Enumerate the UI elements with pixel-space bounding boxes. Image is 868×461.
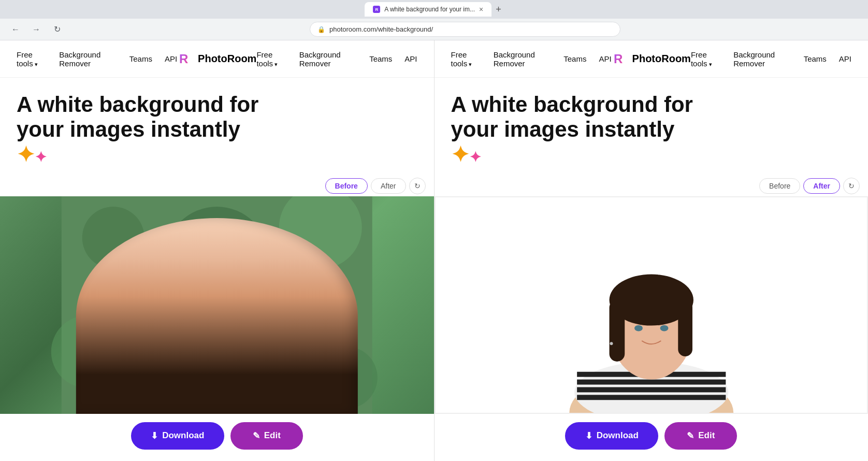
svg-rect-9 xyxy=(142,372,292,378)
download-label-right: Download xyxy=(597,430,639,441)
svg-rect-11 xyxy=(142,388,292,393)
hero-title-right: A white background foryour images instan… xyxy=(451,92,700,167)
tab-favicon: R xyxy=(373,6,380,13)
reload-button[interactable]: ↻ xyxy=(50,22,64,37)
photo-white-bg-right xyxy=(435,197,868,413)
svg-rect-27 xyxy=(577,395,726,400)
download-icon-right: ⬇ xyxy=(585,430,592,441)
svg-rect-31 xyxy=(609,300,625,362)
action-buttons-left: ⬇ Download ✎ Edit xyxy=(0,414,434,450)
free-tools-left[interactable]: Free tools xyxy=(17,50,47,68)
logo-text-right: PhotoRoom xyxy=(632,53,691,65)
teams-left-r[interactable]: Teams xyxy=(369,54,392,63)
svg-point-35 xyxy=(610,342,613,345)
left-page: Free tools Background Remover Teams API … xyxy=(0,40,434,461)
logo-icon-left: R xyxy=(177,51,194,67)
nav-left-right: Free tools Background Remover Teams API xyxy=(451,50,612,68)
pages-container: Free tools Background Remover Teams API … xyxy=(0,40,868,461)
hero-title-left: A white background foryour images instan… xyxy=(17,92,265,167)
svg-point-5 xyxy=(51,315,124,388)
download-button-right[interactable]: ⬇ Download xyxy=(565,422,658,450)
svg-point-7 xyxy=(134,372,300,414)
logo-right: R PhotoRoom xyxy=(612,51,691,67)
hero-left: A white background foryour images instan… xyxy=(0,78,434,178)
active-tab[interactable]: R A white background for your im... × xyxy=(365,2,491,17)
url-text: photoroom.com/white-background/ xyxy=(329,25,433,33)
edit-label-right: Edit xyxy=(698,430,715,441)
before-photo-svg-left xyxy=(0,196,434,414)
svg-point-34 xyxy=(660,325,668,332)
new-tab-button[interactable]: + xyxy=(494,4,503,15)
download-label-left: Download xyxy=(162,430,204,441)
api-right[interactable]: API xyxy=(599,54,611,63)
free-tools-left-r[interactable]: Free tools xyxy=(256,50,286,68)
svg-rect-13 xyxy=(201,347,233,372)
teams-right-r[interactable]: Teams xyxy=(804,54,827,63)
nav-left: Free tools Background Remover Teams API xyxy=(17,50,177,68)
edit-button-right[interactable]: ✎ Edit xyxy=(664,422,737,450)
nav-right-left: Free tools Background Remover Teams API xyxy=(256,50,417,68)
edit-icon-left: ✎ xyxy=(253,430,260,441)
logo-icon-right: R xyxy=(612,51,628,67)
svg-rect-16 xyxy=(175,300,190,362)
before-toggle-right[interactable]: Before xyxy=(759,178,800,194)
api-left[interactable]: API xyxy=(165,54,177,63)
action-buttons-right: ⬇ Download ✎ Edit xyxy=(435,414,869,450)
sparkle-icon-right: ✦ xyxy=(451,142,469,167)
browser-chrome: R A white background for your im... × + xyxy=(0,0,868,19)
edit-button-left[interactable]: ✎ Edit xyxy=(230,422,303,450)
before-toggle-left[interactable]: Before xyxy=(325,178,368,194)
background-remover-right-r[interactable]: Background Remover xyxy=(733,50,791,68)
svg-text:R: R xyxy=(179,52,188,66)
svg-point-19 xyxy=(226,325,234,332)
hero-right: A white background foryour images instan… xyxy=(435,78,869,178)
logo-left: R PhotoRoom xyxy=(177,51,256,67)
download-button-left[interactable]: ⬇ Download xyxy=(131,422,224,450)
api-left-r[interactable]: API xyxy=(404,54,417,63)
svg-point-14 xyxy=(176,282,258,380)
background-remover-left[interactable]: Background Remover xyxy=(59,50,117,68)
edit-icon-right: ✎ xyxy=(687,430,694,441)
after-toggle-left[interactable]: After xyxy=(371,178,406,194)
free-tools-right[interactable]: Free tools xyxy=(451,50,481,68)
teams-right[interactable]: Teams xyxy=(563,54,586,63)
photo-green-bg-left xyxy=(0,196,434,414)
svg-point-4 xyxy=(165,207,269,310)
after-toggle-right[interactable]: After xyxy=(803,178,840,194)
right-page: Free tools Background Remover Teams API … xyxy=(434,40,869,461)
svg-point-2 xyxy=(82,207,144,269)
free-tools-right-r[interactable]: Free tools xyxy=(691,50,721,68)
tab-close-button[interactable]: × xyxy=(479,5,483,13)
address-bar[interactable]: 🔒 photoroom.com/white-background/ xyxy=(310,22,620,37)
svg-point-6 xyxy=(315,347,378,409)
refresh-button-right[interactable]: ↻ xyxy=(843,178,860,194)
after-photo-svg-right xyxy=(436,197,867,413)
before-image-left xyxy=(0,196,434,414)
sparkle-icon-left: ✦ xyxy=(17,142,35,167)
refresh-button-left[interactable]: ↻ xyxy=(409,178,426,194)
back-button[interactable]: ← xyxy=(8,22,23,37)
teams-left[interactable]: Teams xyxy=(129,54,152,63)
forward-button[interactable]: → xyxy=(29,22,44,37)
svg-rect-25 xyxy=(577,380,726,385)
after-image-right xyxy=(435,196,869,414)
nav-right-right: Free tools Background Remover Teams API xyxy=(691,50,851,68)
svg-rect-26 xyxy=(577,387,726,392)
download-icon-left: ⬇ xyxy=(151,430,158,441)
right-nav: Free tools Background Remover Teams API … xyxy=(435,40,869,78)
sparkle-icon2-right: ✦ xyxy=(469,149,481,165)
left-nav: Free tools Background Remover Teams API … xyxy=(0,40,434,78)
edit-label-left: Edit xyxy=(264,430,281,441)
refresh-icon-left: ↻ xyxy=(414,182,421,190)
tab-title: A white background for your im... xyxy=(384,6,475,13)
svg-rect-32 xyxy=(678,300,692,356)
svg-rect-17 xyxy=(244,300,258,357)
api-right-r[interactable]: API xyxy=(839,54,851,63)
background-remover-left-r[interactable]: Background Remover xyxy=(299,50,357,68)
refresh-icon-right: ↻ xyxy=(848,182,855,190)
background-remover-right[interactable]: Background Remover xyxy=(494,50,552,68)
tab-bar: R A white background for your im... × + xyxy=(6,2,862,17)
browser-toolbar: ← → ↻ 🔒 photoroom.com/white-background/ xyxy=(0,19,868,40)
svg-rect-12 xyxy=(142,396,292,401)
svg-rect-10 xyxy=(142,380,292,385)
